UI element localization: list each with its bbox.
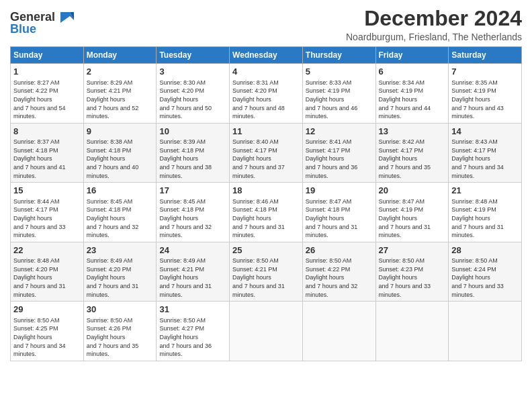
cell-info: Sunrise: 8:50 AM Sunset: 4:22 PM Dayligh… bbox=[306, 257, 373, 299]
col-header-sunday: Sunday bbox=[11, 47, 84, 64]
day-number: 7 bbox=[451, 66, 519, 78]
day-cell: 12 Sunrise: 8:41 AM Sunset: 4:17 PM Dayl… bbox=[302, 123, 375, 183]
week-row-2: 8 Sunrise: 8:37 AM Sunset: 4:18 PM Dayli… bbox=[11, 123, 522, 183]
cell-info: Sunrise: 8:46 AM Sunset: 4:18 PM Dayligh… bbox=[232, 197, 300, 240]
location-subtitle: Noardburgum, Friesland, The Netherlands bbox=[346, 32, 522, 42]
day-cell: 13 Sunrise: 8:42 AM Sunset: 4:17 PM Dayl… bbox=[375, 123, 449, 183]
day-number: 11 bbox=[232, 126, 300, 138]
day-number: 3 bbox=[159, 66, 226, 78]
cell-info: Sunrise: 8:45 AM Sunset: 4:18 PM Dayligh… bbox=[87, 197, 154, 240]
logo: General Blue bbox=[10, 9, 75, 36]
header: General Blue December 2024 Noardburgum, … bbox=[10, 7, 522, 42]
day-number: 22 bbox=[13, 244, 81, 257]
day-cell: 11 Sunrise: 8:40 AM Sunset: 4:17 PM Dayl… bbox=[230, 123, 303, 183]
cell-info: Sunrise: 8:38 AM Sunset: 4:18 PM Dayligh… bbox=[87, 138, 154, 180]
cell-info: Sunrise: 8:35 AM Sunset: 4:19 PM Dayligh… bbox=[451, 79, 519, 121]
day-cell: 23 Sunrise: 8:49 AM Sunset: 4:20 PM Dayl… bbox=[83, 242, 157, 302]
day-cell: 3 Sunrise: 8:30 AM Sunset: 4:20 PM Dayli… bbox=[157, 64, 230, 124]
day-cell: 22 Sunrise: 8:48 AM Sunset: 4:20 PM Dayl… bbox=[11, 242, 84, 302]
day-cell bbox=[449, 302, 522, 361]
cell-info: Sunrise: 8:50 AM Sunset: 4:25 PM Dayligh… bbox=[13, 316, 81, 359]
cell-info: Sunrise: 8:39 AM Sunset: 4:18 PM Dayligh… bbox=[159, 138, 226, 180]
day-cell bbox=[302, 302, 375, 361]
day-cell: 31 Sunrise: 8:50 AM Sunset: 4:27 PM Dayl… bbox=[157, 302, 230, 361]
day-cell: 18 Sunrise: 8:46 AM Sunset: 4:18 PM Dayl… bbox=[230, 183, 303, 242]
col-header-monday: Monday bbox=[83, 47, 157, 64]
cell-info: Sunrise: 8:45 AM Sunset: 4:18 PM Dayligh… bbox=[159, 197, 226, 240]
col-header-thursday: Thursday bbox=[302, 47, 375, 64]
cell-info: Sunrise: 8:30 AM Sunset: 4:20 PM Dayligh… bbox=[159, 79, 226, 121]
cell-info: Sunrise: 8:29 AM Sunset: 4:21 PM Dayligh… bbox=[87, 79, 154, 121]
cell-info: Sunrise: 8:50 AM Sunset: 4:23 PM Dayligh… bbox=[379, 257, 446, 299]
day-cell bbox=[230, 302, 303, 361]
day-cell: 19 Sunrise: 8:47 AM Sunset: 4:18 PM Dayl… bbox=[302, 183, 375, 242]
day-cell: 25 Sunrise: 8:50 AM Sunset: 4:21 PM Dayl… bbox=[230, 242, 303, 302]
day-cell: 4 Sunrise: 8:31 AM Sunset: 4:20 PM Dayli… bbox=[230, 64, 303, 124]
day-number: 9 bbox=[87, 126, 154, 138]
month-title: December 2024 bbox=[346, 7, 522, 30]
day-cell: 15 Sunrise: 8:44 AM Sunset: 4:17 PM Dayl… bbox=[11, 183, 84, 242]
day-cell: 28 Sunrise: 8:50 AM Sunset: 4:24 PM Dayl… bbox=[449, 242, 522, 302]
day-number: 6 bbox=[379, 66, 446, 78]
day-number: 4 bbox=[232, 66, 300, 78]
day-number: 26 bbox=[306, 244, 373, 257]
day-number: 20 bbox=[379, 185, 446, 197]
day-number: 17 bbox=[159, 185, 226, 197]
cell-info: Sunrise: 8:48 AM Sunset: 4:19 PM Dayligh… bbox=[451, 197, 519, 240]
day-number: 29 bbox=[13, 304, 81, 316]
header-row: SundayMondayTuesdayWednesdayThursdayFrid… bbox=[11, 47, 522, 64]
day-number: 2 bbox=[87, 66, 154, 78]
cell-info: Sunrise: 8:33 AM Sunset: 4:19 PM Dayligh… bbox=[306, 79, 373, 121]
day-cell: 24 Sunrise: 8:49 AM Sunset: 4:21 PM Dayl… bbox=[157, 242, 230, 302]
day-number: 18 bbox=[232, 185, 300, 197]
cell-info: Sunrise: 8:27 AM Sunset: 4:22 PM Dayligh… bbox=[13, 79, 81, 121]
day-number: 25 bbox=[232, 244, 300, 257]
week-row-5: 29 Sunrise: 8:50 AM Sunset: 4:25 PM Dayl… bbox=[11, 302, 522, 361]
cell-info: Sunrise: 8:40 AM Sunset: 4:17 PM Dayligh… bbox=[232, 138, 300, 180]
cell-info: Sunrise: 8:31 AM Sunset: 4:20 PM Dayligh… bbox=[232, 79, 300, 121]
cell-info: Sunrise: 8:49 AM Sunset: 4:20 PM Dayligh… bbox=[87, 257, 154, 299]
day-cell: 2 Sunrise: 8:29 AM Sunset: 4:21 PM Dayli… bbox=[83, 64, 157, 124]
day-cell: 9 Sunrise: 8:38 AM Sunset: 4:18 PM Dayli… bbox=[83, 123, 157, 183]
cell-info: Sunrise: 8:50 AM Sunset: 4:27 PM Dayligh… bbox=[159, 316, 226, 359]
cell-info: Sunrise: 8:48 AM Sunset: 4:20 PM Dayligh… bbox=[13, 257, 81, 299]
day-cell: 30 Sunrise: 8:50 AM Sunset: 4:26 PM Dayl… bbox=[83, 302, 157, 361]
day-number: 31 bbox=[159, 304, 226, 316]
day-cell: 10 Sunrise: 8:39 AM Sunset: 4:18 PM Dayl… bbox=[157, 123, 230, 183]
day-number: 19 bbox=[306, 185, 373, 197]
col-header-wednesday: Wednesday bbox=[230, 47, 303, 64]
cell-info: Sunrise: 8:42 AM Sunset: 4:17 PM Dayligh… bbox=[379, 138, 446, 180]
day-number: 28 bbox=[451, 244, 519, 257]
calendar: SundayMondayTuesdayWednesdayThursdayFrid… bbox=[10, 46, 522, 361]
cell-info: Sunrise: 8:47 AM Sunset: 4:19 PM Dayligh… bbox=[379, 197, 446, 240]
day-number: 13 bbox=[379, 126, 446, 138]
day-number: 10 bbox=[159, 126, 226, 138]
week-row-4: 22 Sunrise: 8:48 AM Sunset: 4:20 PM Dayl… bbox=[11, 242, 522, 302]
day-cell: 21 Sunrise: 8:48 AM Sunset: 4:19 PM Dayl… bbox=[449, 183, 522, 242]
day-number: 16 bbox=[87, 185, 154, 197]
day-cell: 27 Sunrise: 8:50 AM Sunset: 4:23 PM Dayl… bbox=[375, 242, 449, 302]
day-number: 23 bbox=[87, 244, 154, 257]
cell-info: Sunrise: 8:50 AM Sunset: 4:24 PM Dayligh… bbox=[451, 257, 519, 299]
cell-info: Sunrise: 8:49 AM Sunset: 4:21 PM Dayligh… bbox=[159, 257, 226, 299]
day-number: 24 bbox=[159, 244, 226, 257]
cell-info: Sunrise: 8:44 AM Sunset: 4:17 PM Dayligh… bbox=[13, 197, 81, 240]
title-area: December 2024 Noardburgum, Friesland, Th… bbox=[346, 7, 522, 42]
cell-info: Sunrise: 8:50 AM Sunset: 4:21 PM Dayligh… bbox=[232, 257, 300, 299]
col-header-tuesday: Tuesday bbox=[157, 47, 230, 64]
day-number: 8 bbox=[13, 126, 81, 138]
day-cell: 7 Sunrise: 8:35 AM Sunset: 4:19 PM Dayli… bbox=[449, 64, 522, 124]
day-cell: 8 Sunrise: 8:37 AM Sunset: 4:18 PM Dayli… bbox=[11, 123, 84, 183]
day-cell: 1 Sunrise: 8:27 AM Sunset: 4:22 PM Dayli… bbox=[11, 64, 84, 124]
day-number: 14 bbox=[451, 126, 519, 138]
day-number: 21 bbox=[451, 185, 519, 197]
day-cell: 20 Sunrise: 8:47 AM Sunset: 4:19 PM Dayl… bbox=[375, 183, 449, 242]
col-header-saturday: Saturday bbox=[449, 47, 522, 64]
page: General Blue December 2024 Noardburgum, … bbox=[0, 0, 532, 411]
day-cell: 29 Sunrise: 8:50 AM Sunset: 4:25 PM Dayl… bbox=[11, 302, 84, 361]
cell-info: Sunrise: 8:47 AM Sunset: 4:18 PM Dayligh… bbox=[306, 197, 373, 240]
day-cell: 16 Sunrise: 8:45 AM Sunset: 4:18 PM Dayl… bbox=[83, 183, 157, 242]
day-cell: 17 Sunrise: 8:45 AM Sunset: 4:18 PM Dayl… bbox=[157, 183, 230, 242]
cell-info: Sunrise: 8:41 AM Sunset: 4:17 PM Dayligh… bbox=[306, 138, 373, 180]
cell-info: Sunrise: 8:43 AM Sunset: 4:17 PM Dayligh… bbox=[451, 138, 519, 180]
